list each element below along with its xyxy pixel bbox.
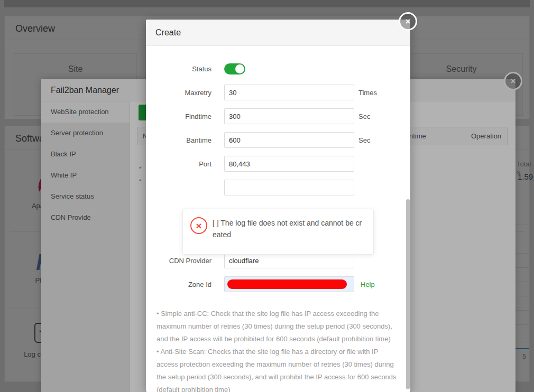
note-anti-site-scan: Anti-Site Scan: Checks that the site log…: [156, 346, 400, 392]
status-label: Status: [146, 65, 211, 73]
bantime-row: Bantime Sec: [146, 132, 410, 148]
notes-list: Simple anti-CC: Check that the site log …: [146, 300, 410, 392]
note-simple-anti-cc: Simple anti-CC: Check that the site log …: [156, 307, 400, 346]
port-label: Port: [146, 160, 211, 168]
zone-id-input[interactable]: [224, 276, 354, 292]
error-icon: ×: [190, 217, 207, 234]
bantime-unit: Sec: [358, 136, 370, 144]
findtime-input[interactable]: [224, 108, 354, 124]
create-form: Status Maxretry Times Findtime Sec Banti…: [146, 46, 410, 392]
port-row: Port: [146, 156, 410, 172]
create-dialog: × Create Status Maxretry Times Findtime …: [146, 20, 410, 392]
logpath-row: [146, 180, 410, 195]
error-x-glyph: ×: [196, 221, 201, 231]
bantime-input[interactable]: [224, 132, 354, 148]
error-tooltip: × [ ] The log file does not exist and ca…: [182, 209, 374, 255]
close-icon: ×: [406, 17, 410, 26]
bantime-label: Bantime: [146, 136, 211, 144]
zone-id-label: Zone Id: [146, 281, 211, 288]
cdn-provider-row: CDN Provider: [146, 253, 410, 268]
maxretry-input[interactable]: [224, 85, 354, 100]
cdn-provider-label: CDN Provider: [146, 257, 211, 265]
create-dialog-close-button[interactable]: ×: [399, 12, 417, 31]
maxretry-label: Maxretry: [146, 89, 211, 97]
zone-id-redacted-value: [227, 279, 347, 289]
screen: Overview Site Security Software Apache p…: [0, 0, 534, 392]
findtime-row: Findtime Sec: [146, 108, 410, 124]
logpath-input[interactable]: [224, 180, 354, 195]
dialog-scrollbar[interactable]: [406, 199, 410, 389]
findtime-unit: Sec: [358, 113, 370, 120]
port-input[interactable]: [224, 156, 354, 172]
findtime-label: Findtime: [146, 113, 211, 120]
status-row: Status: [146, 61, 410, 77]
cdn-provider-input[interactable]: [224, 253, 354, 268]
help-link[interactable]: Help: [361, 281, 375, 288]
error-message: [ ] The log file does not exist and cann…: [213, 217, 366, 254]
status-toggle[interactable]: [224, 63, 245, 74]
maxretry-row: Maxretry Times: [146, 85, 410, 100]
create-dialog-title: Create: [146, 20, 410, 46]
maxretry-unit: Times: [358, 89, 377, 97]
zone-id-row: Zone Id Help: [146, 276, 410, 292]
